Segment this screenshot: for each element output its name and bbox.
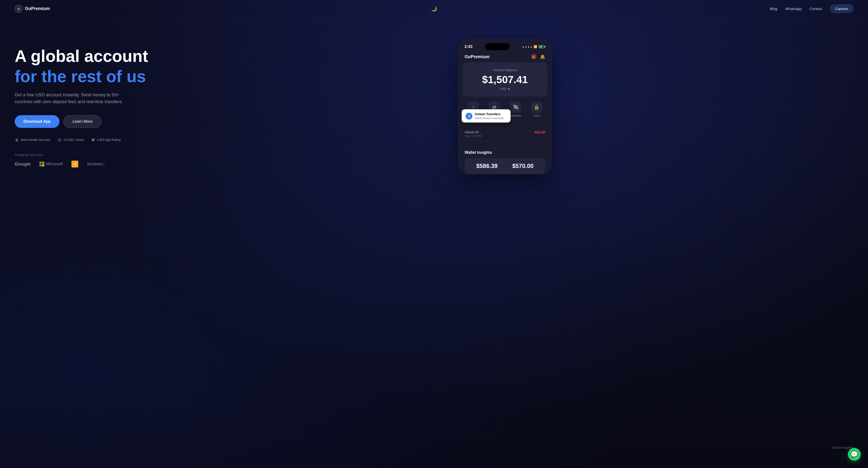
techstars-logo: techstars_ (87, 162, 105, 166)
phone-header-actions: 🎁 🔔 (531, 54, 545, 59)
trusted-section: Trusted by users from Google Microsoft Y… (15, 153, 157, 167)
tooltip-description: Send money in seconds (475, 116, 503, 120)
save-label: Save (533, 114, 540, 117)
badge-rating-text: 4.8/5 App Rating (97, 138, 121, 141)
phone-mockup-container: 2:43 ● ● ● ● 📶 GoPremium 🎁 (157, 37, 853, 174)
balance-amount: $1,507.41 (468, 74, 541, 86)
learn-more-button[interactable]: Learn More (63, 115, 101, 128)
badge-security: 🔒 Bank-Grade Security (15, 138, 51, 141)
gift-icon[interactable]: 🎁 (531, 54, 536, 59)
signal-dots-icon: ● ● ● ● (523, 45, 532, 48)
balance-currency: USD ▼ (468, 87, 541, 91)
users-icon: 👥 (57, 138, 61, 141)
badge-users: 👥 10,000+ Users (57, 138, 84, 141)
navbar-logo-group: ◎ GoPremium (15, 5, 50, 13)
yc-logo: Y (71, 161, 78, 167)
hero-title-line2: for the rest of us (15, 67, 157, 86)
save-icon: 🔒 (531, 101, 542, 113)
hero-title-line1: A global account (15, 47, 157, 65)
transaction-title: Abbott Oil (465, 130, 481, 134)
wallet-insights-section: Wallet Insights $586.39 $570.00 (459, 146, 551, 174)
microsoft-logo: Microsoft (39, 162, 63, 167)
badge-security-text: Bank-Grade Security (21, 138, 51, 141)
trusted-logos: Google Microsoft Y techstars_ (15, 161, 157, 167)
action-save[interactable]: 🔒 Save (531, 101, 542, 117)
hero-subtitle: Get a free USD account instantly. Send m… (15, 92, 127, 106)
star-icon: ⭐ (91, 138, 95, 141)
tooltip-text: Instant Transfers Send money in seconds (475, 112, 503, 120)
whatsapp-icon: 💬 (850, 450, 858, 458)
logo-icon: ◎ (15, 5, 23, 13)
nav-link-blog[interactable]: Blog (770, 7, 777, 11)
balance-label: Account Balance (468, 68, 541, 72)
transaction-row: Abbott Oil Tues 1:19 PM -$10.00 (459, 126, 551, 146)
phone-dynamic-island (485, 43, 509, 50)
battery-icon (539, 45, 545, 48)
phone-status-icons: ● ● ● ● 📶 (523, 45, 546, 48)
transaction-date: Tues 1:19 PM (465, 134, 481, 137)
navbar-center: 🌙 (431, 6, 437, 12)
withdraw-icon: 💸 (510, 101, 521, 113)
phone-actions-row: ↑ Add ⇄ Convert 💸 Withdraw 🔒 Save ⚡ (459, 97, 551, 120)
insight-value-2: $570.00 (512, 163, 533, 169)
brand-name: GoPremium (25, 6, 50, 11)
badge-rating: ⭐ 4.8/5 App Rating (91, 138, 121, 141)
phone-time: 2:43 (465, 44, 472, 49)
withdraw-label: Withdraw (510, 114, 521, 117)
wallet-insights-title: Wallet Insights (465, 151, 545, 155)
wifi-icon: 📶 (533, 45, 537, 48)
balance-card: Account Balance $1,507.41 USD ▼ (463, 62, 547, 97)
instant-transfers-tooltip: ⚡ Instant Transfers Send money in second… (462, 109, 510, 123)
tooltip-lightning-icon: ⚡ (466, 113, 472, 120)
action-withdraw[interactable]: 💸 Withdraw (510, 101, 521, 117)
nav-careers-button[interactable]: Careers (830, 4, 853, 13)
phone-app-name: GoPremium (465, 54, 490, 59)
trusted-label: Trusted by users from (15, 153, 157, 157)
theme-toggle-icon[interactable]: 🌙 (431, 6, 437, 11)
insight-amount-2: $570.00 (512, 163, 533, 169)
scroll-label: Scroll to explore (832, 446, 853, 449)
download-app-button[interactable]: Download App (15, 115, 59, 128)
transaction-divider (465, 140, 545, 141)
navbar: ◎ GoPremium 🌙 Blog Whatsapp Contact Care… (0, 0, 868, 18)
notification-icon[interactable]: 🔔 (540, 54, 545, 59)
nav-link-whatsapp[interactable]: Whatsapp (785, 7, 802, 11)
logo-symbol: ◎ (17, 6, 20, 11)
phone-mockup: 2:43 ● ● ● ● 📶 GoPremium 🎁 (459, 40, 552, 174)
phone-status-bar: 2:43 ● ● ● ● 📶 (459, 40, 551, 52)
phone-app-header: GoPremium 🎁 🔔 (459, 52, 551, 62)
scroll-line (842, 452, 843, 461)
security-icon: 🔒 (15, 138, 19, 141)
nav-link-contact[interactable]: Contact (809, 7, 822, 11)
insights-card: $586.39 $570.00 (465, 158, 545, 174)
hero-badges: 🔒 Bank-Grade Security 👥 10,000+ Users ⭐ … (15, 138, 157, 141)
insight-amount-1: $586.39 (476, 163, 498, 169)
transaction-amount: -$10.00 (534, 130, 545, 134)
insight-value-1: $586.39 (476, 163, 498, 169)
badge-users-text: 10,000+ Users (63, 138, 84, 141)
transaction-info: Abbott Oil Tues 1:19 PM (465, 130, 481, 137)
google-logo: Google (15, 161, 31, 167)
tooltip-title: Instant Transfers (475, 112, 503, 116)
hero-cta-group: Download App Learn More (15, 115, 157, 128)
hero-content: A global account for the rest of us Get … (15, 37, 157, 167)
navbar-links: Blog Whatsapp Contact Careers (770, 4, 853, 13)
whatsapp-fab[interactable]: 💬 (848, 448, 861, 461)
hero-section: A global account for the rest of us Get … (0, 18, 868, 468)
